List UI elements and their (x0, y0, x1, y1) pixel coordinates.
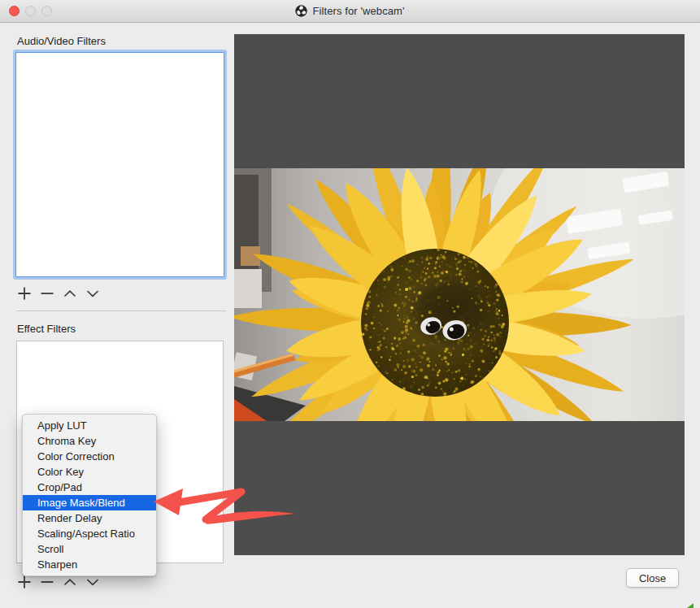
minus-icon (37, 285, 58, 302)
menu-item-color-correction[interactable]: Color Correction (23, 449, 156, 464)
desktop-corner-artifact (687, 603, 693, 608)
minus-icon (37, 574, 58, 590)
audio-video-filters-list[interactable] (15, 52, 224, 277)
menu-item-render-delay[interactable]: Render Delay (23, 510, 156, 526)
chevron-down-icon (82, 285, 103, 302)
add-audio-filter-button[interactable] (14, 284, 35, 302)
close-button[interactable]: Close (626, 568, 679, 588)
effect-filters-label: Effect Filters (17, 323, 76, 335)
plus-icon (14, 285, 35, 302)
chevron-down-icon (82, 574, 103, 590)
window-title: Filters for 'webcam' (312, 5, 404, 17)
move-audio-filter-up-button[interactable] (59, 284, 80, 302)
audio-video-filters-label: Audio/Video Filters (17, 35, 106, 47)
menu-item-sharpen[interactable]: Sharpen (23, 557, 156, 572)
filters-window: Filters for 'webcam' Audio/Video Filters… (0, 0, 700, 608)
menu-item-scaling-aspect-ratio[interactable]: Scaling/Aspect Ratio (23, 526, 156, 541)
titlebar: Filters for 'webcam' (0, 0, 700, 23)
menu-item-crop-pad[interactable]: Crop/Pad (23, 480, 156, 495)
add-filter-context-menu: Apply LUT Chroma Key Color Correction Co… (22, 414, 157, 576)
menu-item-chroma-key[interactable]: Chroma Key (23, 433, 156, 449)
menu-item-apply-lut[interactable]: Apply LUT (23, 418, 156, 433)
section-divider (16, 311, 226, 311)
audio-video-filters-toolbar (14, 284, 103, 302)
chevron-up-icon (59, 574, 80, 590)
chevron-up-icon (59, 285, 80, 302)
window-title-area: Filters for 'webcam' (0, 0, 700, 22)
remove-audio-filter-button[interactable] (37, 284, 58, 302)
move-audio-filter-down-button[interactable] (82, 284, 103, 302)
menu-item-color-key[interactable]: Color Key (23, 464, 156, 480)
obs-logo-icon (295, 5, 307, 17)
menu-item-scroll[interactable]: Scroll (23, 541, 156, 557)
preview-area (234, 34, 685, 555)
plus-icon (14, 574, 35, 590)
webcam-preview-image (234, 168, 685, 421)
menu-item-image-mask-blend[interactable]: Image Mask/Blend (23, 495, 156, 510)
